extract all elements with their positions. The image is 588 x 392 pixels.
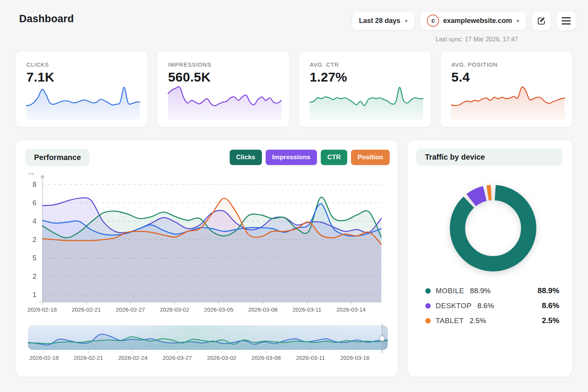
desktop-dot-icon (425, 303, 431, 309)
svg-text:6: 6 (33, 199, 36, 207)
legend-inline-pct: 88.9% (470, 287, 491, 295)
tablet-dot-icon (425, 318, 431, 323)
stat-label: AVG. CTR (310, 61, 420, 68)
device-donut-chart (438, 173, 549, 284)
stat-cards-row: CLICKS 7.1K IMPRESSIONS 560.5K AVG. CTR … (15, 51, 573, 127)
svg-text:2026-03-05: 2026-03-05 (204, 306, 234, 312)
svg-text:2026-02-21: 2026-02-21 (72, 306, 101, 312)
svg-text:5: 5 (33, 254, 36, 262)
performance-panel: Performance Clicks Impressions CTR Posit… (15, 140, 398, 377)
svg-text:2026-03-11: 2026-03-11 (292, 306, 322, 312)
stat-label: CLICKS (26, 61, 137, 68)
page-title: Dashboard (19, 13, 74, 25)
last-sync-text: Last sync: 17 Mar 2026, 17:47 (436, 36, 518, 43)
svg-text:2026-02-24: 2026-02-24 (118, 354, 148, 361)
legend-right-pct: 88.9% (537, 286, 559, 295)
device-title: Traffic by device (416, 149, 562, 166)
stat-label: IMPRESSIONS (168, 61, 278, 68)
legend-inline-pct: 8.6% (477, 302, 494, 310)
device-legend: MOBILE 88.9% 88.9% DESKTOP 8.6% 8.6% TAB… (425, 286, 559, 325)
svg-text:2026-03-14: 2026-03-14 (336, 306, 366, 312)
date-range-label: Last 28 days (359, 17, 400, 25)
legend-row-tablet[interactable]: TABLET 2.5% 2.5% (425, 316, 559, 325)
performance-title: Performance (25, 149, 90, 166)
svg-text:2026-02-18: 2026-02-18 (29, 354, 59, 361)
site-logo-icon: c (427, 15, 439, 27)
edit-button[interactable] (531, 11, 551, 31)
site-select[interactable]: c examplewebsite.com ▾ (420, 11, 526, 30)
svg-text:2026-03-16: 2026-03-16 (340, 354, 370, 361)
menu-button[interactable] (556, 11, 576, 31)
stat-value: 7.1K (26, 70, 137, 85)
hamburger-icon (562, 17, 571, 24)
impressions-sparkline-chart (167, 83, 282, 120)
svg-text:2026-03-02: 2026-03-02 (160, 306, 189, 312)
svg-text:2026-03-02: 2026-03-02 (207, 354, 237, 361)
stat-card-clicks[interactable]: CLICKS 7.1K (15, 51, 148, 127)
dashboard-page: Dashboard Last 28 days ▾ c examplewebsit… (0, 0, 588, 392)
svg-text:2026-02-27: 2026-02-27 (116, 306, 145, 312)
svg-text:8: 8 (33, 181, 36, 188)
legend-right-pct: 8.6% (542, 301, 559, 310)
date-range-select[interactable]: Last 28 days ▾ (352, 11, 415, 30)
series-toggle-buttons: Clicks Impressions CTR Position (230, 150, 390, 165)
stat-value: 5.4 (451, 70, 562, 85)
avg-ctr-sparkline-chart (309, 83, 424, 120)
stat-value: 1.27% (310, 70, 420, 85)
svg-text:2026-02-21: 2026-02-21 (74, 354, 103, 361)
overview-brush-chart[interactable]: 2026-02-182026-02-212026-02-242026-03-27… (28, 324, 388, 363)
edit-icon (537, 16, 546, 25)
legend-row-desktop[interactable]: DESKTOP 8.6% 8.6% (425, 301, 559, 310)
performance-line-chart[interactable]: 8642521A %2026-02-182026-02-212026-02-27… (20, 170, 395, 312)
svg-text:2026-03-11: 2026-03-11 (296, 354, 325, 361)
svg-text:2: 2 (33, 273, 36, 280)
legend-row-mobile[interactable]: MOBILE 88.9% 88.9% (425, 286, 559, 295)
chevron-down-icon: ▾ (516, 18, 519, 24)
traffic-by-device-panel: Traffic by device MOBILE 88.9% 88.9% DES… (407, 140, 573, 377)
stat-label: AVG. POSITION (451, 61, 562, 68)
legend-label: TABLET (436, 317, 464, 325)
clicks-sparkline-chart (26, 83, 140, 120)
stat-card-impressions[interactable]: IMPRESSIONS 560.5K (157, 51, 289, 127)
legend-right-pct: 2.5% (542, 316, 559, 325)
series-button-ctr[interactable]: CTR (321, 150, 347, 165)
legend-inline-pct: 2.5% (469, 317, 486, 325)
header-controls: Last 28 days ▾ c examplewebsite.com ▾ (352, 11, 576, 31)
chevron-down-icon: ▾ (405, 18, 408, 24)
series-button-clicks[interactable]: Clicks (230, 150, 262, 165)
svg-text:2026-02-18: 2026-02-18 (28, 306, 57, 312)
stat-card-avg-position[interactable]: AVG. POSITION 5.4 (440, 51, 573, 127)
site-name-label: examplewebsite.com (443, 17, 512, 25)
legend-label: MOBILE (436, 287, 464, 295)
svg-text:2026-03-27: 2026-03-27 (163, 354, 192, 361)
stat-card-avg-ctr[interactable]: AVG. CTR 1.27% (299, 51, 431, 127)
mobile-dot-icon (425, 288, 431, 294)
svg-text:1: 1 (33, 291, 36, 299)
stat-value: 560.5K (168, 70, 278, 85)
svg-text:4: 4 (33, 217, 36, 225)
svg-text:2026-03-08: 2026-03-08 (252, 354, 281, 361)
avg-position-sparkline-chart (451, 83, 565, 120)
svg-text:2026-03-08: 2026-03-08 (248, 306, 278, 312)
series-button-impressions[interactable]: Impressions (266, 150, 317, 165)
legend-label: DESKTOP (436, 302, 472, 310)
svg-text:A %: A % (28, 172, 34, 176)
series-button-position[interactable]: Position (351, 150, 390, 165)
svg-text:2: 2 (33, 236, 36, 243)
